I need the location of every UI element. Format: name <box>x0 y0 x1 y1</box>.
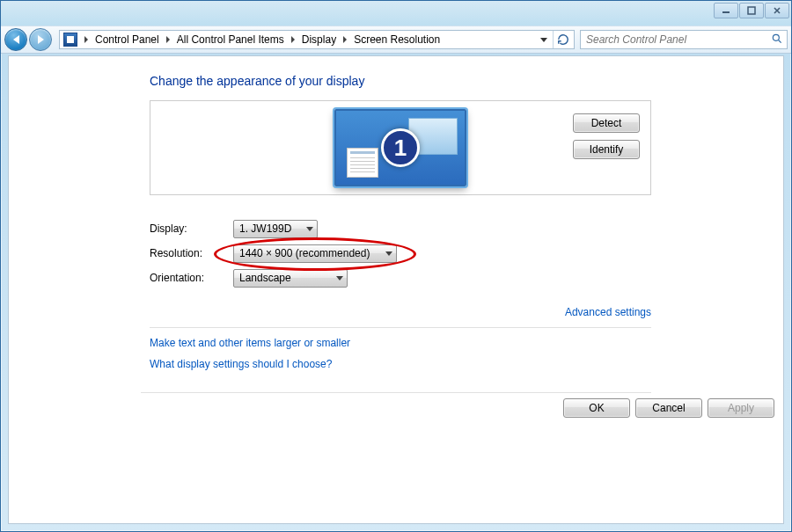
breadcrumb-item[interactable]: Control Panel <box>93 33 161 46</box>
divider <box>150 327 651 328</box>
nav-forward-button[interactable] <box>29 28 52 51</box>
advanced-settings-link[interactable]: Advanced settings <box>565 306 651 318</box>
chevron-down-icon <box>336 276 343 281</box>
window-frame: Control Panel All Control Panel Items Di… <box>0 0 792 532</box>
display-label: Display: <box>150 222 233 235</box>
content-area: Change the appearance of your display 1 … <box>8 55 784 524</box>
breadcrumb-dropdown-icon[interactable] <box>540 38 547 42</box>
apply-button[interactable]: Apply <box>708 398 774 418</box>
resolution-select[interactable]: 1440 × 900 (recommended) <box>233 244 397 263</box>
display-select-value: 1. JW199D <box>239 222 291 235</box>
title-bar <box>1 1 791 26</box>
orientation-label: Orientation: <box>150 272 233 284</box>
breadcrumb-item[interactable]: Display <box>300 33 338 46</box>
ok-button[interactable]: OK <box>563 398 630 418</box>
chevron-right-icon <box>84 36 88 43</box>
search-input[interactable] <box>584 33 771 47</box>
detect-button[interactable]: Detect <box>573 113 640 133</box>
search-box[interactable] <box>580 30 788 49</box>
nav-back-button[interactable] <box>4 28 27 51</box>
control-panel-icon <box>63 33 77 47</box>
resolution-label: Resolution: <box>150 247 233 259</box>
refresh-button[interactable] <box>553 31 572 48</box>
display-help-link[interactable]: What display settings should I choose? <box>150 358 332 370</box>
breadcrumb-item[interactable]: Screen Resolution <box>352 33 442 46</box>
svg-rect-1 <box>748 7 755 14</box>
chevron-right-icon <box>343 36 347 43</box>
minimize-button[interactable] <box>714 3 738 18</box>
monitor-thumbnail[interactable]: 1 <box>334 109 466 186</box>
orientation-select-value: Landscape <box>239 272 291 284</box>
close-button[interactable] <box>765 3 789 18</box>
cancel-button[interactable]: Cancel <box>635 398 702 418</box>
maximize-button[interactable] <box>739 3 764 18</box>
breadcrumb[interactable]: Control Panel All Control Panel Items Di… <box>59 30 575 49</box>
dialog-button-row: OK Cancel Apply <box>264 398 774 418</box>
display-preview-panel: 1 Detect Identify <box>150 100 651 195</box>
display-select[interactable]: 1. JW199D <box>233 220 318 238</box>
breadcrumb-item[interactable]: All Control Panel Items <box>175 33 286 46</box>
window-controls <box>713 3 789 18</box>
svg-rect-0 <box>722 11 730 13</box>
chevron-right-icon <box>291 36 295 43</box>
monitor-number-badge: 1 <box>381 128 420 167</box>
svg-point-2 <box>773 34 779 40</box>
svg-line-3 <box>779 40 781 42</box>
resolution-select-value: 1440 × 900 (recommended) <box>239 247 370 259</box>
navigation-bar: Control Panel All Control Panel Items Di… <box>1 26 791 54</box>
search-icon <box>771 33 783 47</box>
identify-button[interactable]: Identify <box>573 140 640 159</box>
chevron-down-icon <box>385 251 392 256</box>
text-size-link[interactable]: Make text and other items larger or smal… <box>150 337 350 349</box>
chevron-down-icon <box>306 227 313 231</box>
page-title: Change the appearance of your display <box>150 74 651 88</box>
orientation-select[interactable]: Landscape <box>233 269 348 288</box>
divider <box>141 392 651 393</box>
chevron-right-icon <box>166 36 170 43</box>
